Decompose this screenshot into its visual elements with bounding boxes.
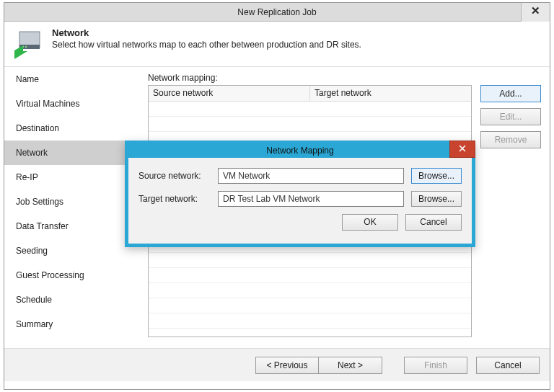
sidebar-item-data-transfer[interactable]: Data Transfer (4, 214, 138, 239)
close-button[interactable]: ✕ (521, 3, 550, 22)
svg-point-3 (25, 46, 27, 48)
sidebar-item-summary[interactable]: Summary (4, 312, 138, 337)
header-text: Network Select how virtual networks map … (52, 27, 541, 59)
sidebar-item-network[interactable]: Network (4, 141, 138, 165)
sidebar-item-seeding[interactable]: Seeding (4, 239, 138, 263)
finish-button[interactable]: Finish (404, 357, 467, 374)
wizard-header: Network Select how virtual networks map … (4, 22, 550, 67)
table-label: Network mapping: (148, 73, 541, 83)
col-source-network[interactable]: Source network (149, 86, 310, 102)
target-network-input[interactable]: DR Test Lab VM Network (218, 191, 404, 207)
add-button[interactable]: Add... (480, 85, 541, 102)
wizard-sidebar: Name Virtual Machines Destination Networ… (4, 67, 138, 348)
close-icon (457, 146, 467, 156)
sidebar-item-job-settings[interactable]: Job Settings (4, 190, 138, 214)
table-row[interactable] (149, 253, 471, 268)
table-row[interactable] (149, 268, 471, 283)
sidebar-item-re-ip[interactable]: Re-IP (4, 165, 138, 190)
sidebar-item-name[interactable]: Name (4, 67, 138, 92)
target-network-label: Target network: (138, 194, 214, 204)
wizard-footer: < Previous Next > Finish Cancel (4, 348, 550, 381)
source-network-label: Source network: (138, 171, 214, 181)
source-network-input[interactable]: VM Network (218, 168, 404, 184)
header-desc: Select how virtual networks map to each … (52, 40, 541, 50)
network-mapping-dialog: Network Mapping Source network: VM Netwo… (125, 141, 475, 247)
sidebar-item-virtual-machines[interactable]: Virtual Machines (4, 92, 138, 116)
remove-button[interactable]: Remove (480, 131, 541, 148)
dialog-title: Network Mapping (125, 141, 475, 161)
title-bar: New Replication Job ✕ (4, 3, 550, 22)
ok-button[interactable]: OK (342, 214, 398, 231)
dialog-close-button[interactable] (449, 141, 475, 158)
window-title: New Replication Job (4, 3, 550, 22)
table-row[interactable] (149, 283, 471, 298)
sidebar-item-schedule[interactable]: Schedule (4, 288, 138, 312)
table-row[interactable] (149, 313, 471, 329)
table-row[interactable] (149, 102, 471, 117)
prev-button[interactable]: < Previous (255, 357, 319, 374)
target-browse-button[interactable]: Browse... (411, 191, 462, 207)
next-button[interactable]: Next > (319, 357, 382, 374)
table-row[interactable] (149, 298, 471, 313)
dialog-cancel-button[interactable]: Cancel (405, 214, 462, 231)
network-icon (13, 29, 43, 59)
dialog-title-bar: Network Mapping (125, 141, 475, 158)
header-title: Network (52, 27, 541, 38)
sidebar-item-destination[interactable]: Destination (4, 116, 138, 141)
table-header: Source network Target network (149, 86, 471, 102)
col-target-network[interactable]: Target network (310, 86, 471, 102)
sidebar-item-guest-processing[interactable]: Guest Processing (4, 263, 138, 288)
source-browse-button[interactable]: Browse... (411, 168, 462, 184)
table-buttons: Add... Edit... Remove (480, 85, 541, 337)
table-row[interactable] (149, 117, 471, 132)
cancel-button[interactable]: Cancel (476, 357, 540, 374)
edit-button[interactable]: Edit... (480, 108, 541, 125)
